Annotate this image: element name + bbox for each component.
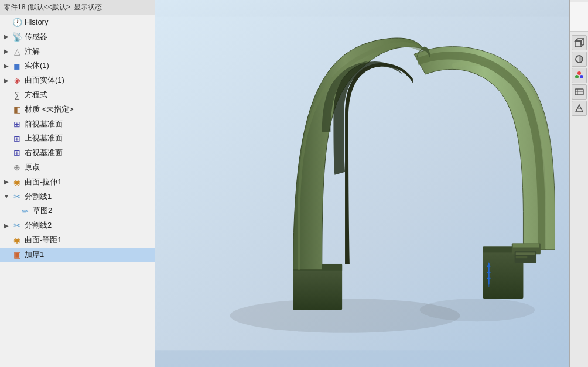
- expand-arrow-surface-offset1[interactable]: [2, 236, 11, 244]
- tree-icon-annotation: △: [12, 46, 22, 57]
- 3d-viewport[interactable]: [155, 0, 569, 367]
- tree-label-right-plane: 右视基准面: [25, 147, 63, 159]
- expand-arrow-top-plane[interactable]: [2, 135, 11, 143]
- tree-icon-equation: ∑: [12, 90, 22, 100]
- svg-point-25: [575, 75, 579, 78]
- expand-arrow-thicken1[interactable]: [2, 251, 11, 259]
- tree-label-split-line2: 分割线2: [25, 219, 52, 232]
- svg-point-24: [577, 71, 581, 75]
- expand-arrow-history[interactable]: [2, 18, 11, 26]
- tree-item-sensor[interactable]: ▶📡传感器: [0, 30, 155, 44]
- tree-label-surface-body: 曲面实体(1): [25, 74, 64, 87]
- expand-arrow-sensor[interactable]: ▶: [2, 33, 11, 41]
- tree-icon-solid: ◼: [12, 61, 22, 71]
- right-toolbar: [569, 0, 588, 367]
- tree-item-right-plane[interactable]: ⊞右视基准面: [0, 146, 155, 160]
- tree-item-surface-body[interactable]: ▶◈曲面实体(1): [0, 73, 155, 88]
- tree-label-origin: 原点: [25, 162, 40, 174]
- tree-icon-surface-body: ◈: [12, 76, 22, 86]
- svg-point-1: [230, 299, 460, 333]
- appearance-button[interactable]: [572, 68, 587, 83]
- tree-label-split-line1: 分割线1: [25, 191, 52, 203]
- expand-arrow-surface-extrude1[interactable]: ▶: [2, 178, 11, 186]
- expand-arrow-annotation[interactable]: ▶: [2, 47, 11, 56]
- tree-label-history: History: [25, 16, 48, 29]
- part-title: 零件18 (默认<<默认>_显示状态: [0, 0, 155, 15]
- tree-label-equation: 方程式: [25, 89, 47, 101]
- tree-label-surface-extrude1: 曲面-拉伸1: [25, 176, 62, 188]
- svg-rect-15: [516, 252, 535, 255]
- tree-label-sketch2: 草图2: [33, 205, 52, 217]
- tree-item-top-plane[interactable]: ⊞上视基准面: [0, 131, 155, 146]
- tree-icon-right-plane: ⊞: [12, 148, 22, 159]
- expand-arrow-solid[interactable]: ▶: [2, 62, 11, 70]
- tree-item-sketch2[interactable]: ✏草图2: [0, 204, 155, 218]
- tree-item-equation[interactable]: ∑方程式: [0, 88, 155, 102]
- tree-label-material: 材质 <未指定>: [25, 104, 74, 116]
- expand-arrow-right-plane[interactable]: [2, 149, 11, 157]
- svg-rect-8: [513, 244, 539, 248]
- display-style-button[interactable]: [572, 52, 587, 67]
- tree-label-solid: 实体(1): [25, 60, 49, 72]
- tree-icon-top-plane: ⊞: [12, 133, 22, 144]
- tree-label-top-plane: 上视基准面: [25, 132, 63, 145]
- tree-label-thicken1: 加厚1: [25, 249, 44, 261]
- section-view-button[interactable]: [572, 101, 587, 116]
- expand-arrow-sketch2[interactable]: [11, 207, 19, 215]
- tree-icon-front-plane: ⊞: [12, 119, 22, 129]
- expand-arrow-equation[interactable]: [2, 91, 11, 99]
- tree-icon-thicken1: ▣: [12, 249, 22, 260]
- tree-item-split-line2[interactable]: ▶✂分割线2: [0, 218, 155, 233]
- expand-arrow-origin[interactable]: [2, 163, 11, 172]
- tree-icon-surface-extrude1: ◉: [12, 177, 22, 187]
- tree-item-surface-extrude1[interactable]: ▶◉曲面-拉伸1: [0, 175, 155, 190]
- expand-arrow-split-line1[interactable]: ▼: [2, 193, 11, 201]
- tree-icon-sensor: 📡: [12, 32, 22, 42]
- tree-label-surface-offset1: 曲面-等距1: [25, 234, 62, 246]
- tree-item-material[interactable]: ◧材质 <未指定>: [0, 102, 155, 117]
- svg-rect-27: [575, 89, 583, 95]
- expand-arrow-material[interactable]: [2, 105, 11, 114]
- tree-icon-material: ◧: [12, 104, 22, 115]
- tree-label-sensor: 传感器: [25, 31, 47, 43]
- svg-point-2: [420, 299, 535, 321]
- tree-icon-split-line1: ✂: [12, 191, 22, 202]
- svg-point-26: [580, 75, 583, 78]
- tree-item-annotation[interactable]: ▶△注解: [0, 44, 155, 59]
- 3d-model-svg: [155, 0, 569, 367]
- tree-icon-split-line2: ✂: [12, 221, 22, 231]
- tree-item-front-plane[interactable]: ⊞前视基准面: [0, 117, 155, 132]
- tree-icon-origin: ⊕: [12, 162, 22, 173]
- tree-item-history[interactable]: 🕐History: [0, 15, 155, 30]
- feature-tree: 零件18 (默认<<默认>_显示状态 🕐History▶📡传感器▶△注解▶◼实体…: [0, 0, 155, 367]
- view-cube-button[interactable]: [572, 35, 587, 50]
- tree-item-split-line1[interactable]: ▼✂分割线1: [0, 190, 155, 204]
- tree-label-front-plane: 前视基准面: [25, 118, 63, 131]
- expand-arrow-front-plane[interactable]: [2, 120, 11, 128]
- svg-rect-17: [575, 41, 581, 47]
- expand-arrow-split-line2[interactable]: ▶: [2, 222, 11, 230]
- tree-icon-history: 🕐: [12, 17, 22, 28]
- scene-button[interactable]: [572, 84, 587, 100]
- tree-item-surface-offset1[interactable]: ◉曲面-等距1: [0, 233, 155, 248]
- svg-rect-16: [516, 256, 528, 258]
- tree-icon-surface-offset1: ◉: [12, 235, 22, 245]
- tree-item-solid[interactable]: ▶◼实体(1): [0, 59, 155, 73]
- tree-label-annotation: 注解: [25, 46, 40, 58]
- expand-arrow-surface-body[interactable]: ▶: [2, 77, 11, 85]
- tree-item-thicken1[interactable]: ▣加厚1: [0, 248, 155, 262]
- tree-item-origin[interactable]: ⊕原点: [0, 160, 155, 175]
- tree-icon-sketch2: ✏: [20, 206, 30, 217]
